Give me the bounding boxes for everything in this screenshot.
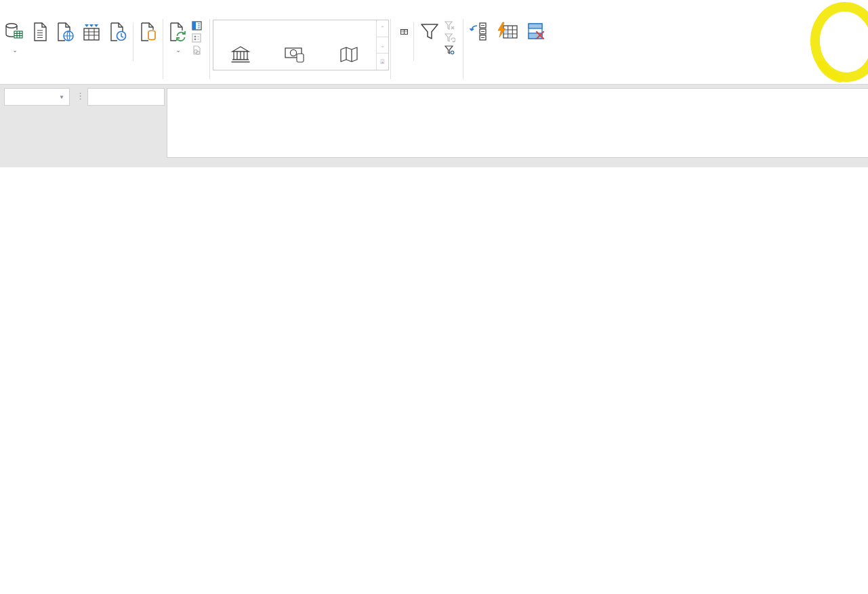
remove-duplicates-icon [525,20,547,44]
bank-icon [230,43,251,66]
clear-filter-button[interactable] [445,21,459,30]
refresh-file-icon [168,20,187,44]
ribbon-tabs [0,0,868,16]
group-label [392,72,461,83]
separator [463,19,463,79]
gallery-more-button[interactable]: ⍗ [377,54,388,70]
flash-fill-icon [497,20,518,44]
from-table-range-button[interactable] [78,18,105,72]
advanced-filter-button[interactable] [445,45,459,55]
from-web-button[interactable] [52,18,78,72]
queries-connections-button[interactable] [192,21,205,30]
gallery-down-button[interactable]: ⌄ [377,37,388,54]
separator [163,19,163,79]
data-validation-button-partial[interactable] [550,18,556,72]
separator [390,19,391,79]
text-to-columns-icon [468,20,490,44]
group-queries-connections: ⌄ [165,16,208,83]
formula-input[interactable] [167,88,868,158]
separator [413,22,414,61]
geography-datatype[interactable] [322,20,376,70]
separator [133,22,133,61]
gallery-up-button[interactable]: ⌃ [377,20,388,37]
database-table-icon [4,20,24,44]
gallery-scrollbar: ⌃ ⌄ ⍗ [376,20,388,70]
web-file-icon [56,20,75,44]
separator [209,19,210,79]
group-label [465,72,608,83]
properties-button[interactable] [192,33,205,43]
dropdown-chevron-icon: ⌄ [12,47,18,54]
group-label [1,72,161,83]
funnel-gear-icon [445,45,455,55]
edit-links-button[interactable] [192,45,205,55]
remove-duplicates-button[interactable] [522,18,550,72]
sort-dialog-icon [400,20,408,44]
from-text-csv-button[interactable] [28,18,52,72]
text-to-columns-button[interactable] [465,18,493,72]
name-box[interactable]: ▼ [4,88,70,106]
reapply-filter-button[interactable] [445,33,459,43]
stocks-datatype[interactable] [213,20,268,70]
existing-connections-button[interactable] [136,18,161,72]
ribbon-body: ⌄ [0,16,868,83]
currencies-datatype[interactable] [268,20,322,70]
dropdown-chevron-icon: ⌄ [175,47,181,54]
funnel-refresh-icon [445,33,455,43]
cylinder-file-icon [139,20,158,44]
funnel-icon [419,20,440,44]
group-get-transform: ⌄ [1,16,161,83]
text-file-icon [31,20,49,44]
group-label [211,72,389,83]
group-datatypes: ⌃ ⌄ ⍗ [211,16,389,83]
edit-links-icon [192,45,201,55]
formula-buttons [87,88,165,106]
formula-bar-area: ▼ ⋮ [0,85,868,167]
name-box-dropdown-icon[interactable]: ▼ [59,94,69,100]
pane-icon [192,21,202,30]
funnel-x-icon [445,21,455,30]
group-data-tools [465,16,608,83]
table-arrows-icon [81,20,102,44]
group-sort-filter [392,16,461,83]
properties-icon [192,33,201,43]
currency-icon [284,43,306,66]
flash-fill-button[interactable] [493,18,522,72]
group-label [165,72,208,83]
sort-button[interactable] [397,18,411,72]
ribbon: ⌄ [0,0,868,85]
formula-bar-drag-handle[interactable]: ⋮ [76,91,85,101]
refresh-all-button[interactable]: ⌄ [165,18,190,72]
spreadsheet-grid [0,167,868,594]
map-icon [339,43,359,66]
clock-file-icon [108,20,127,44]
recent-sources-button[interactable] [105,18,131,72]
filter-button[interactable] [416,18,443,72]
datatypes-gallery: ⌃ ⌄ ⍗ [213,20,389,70]
get-data-button[interactable]: ⌄ [1,18,28,72]
